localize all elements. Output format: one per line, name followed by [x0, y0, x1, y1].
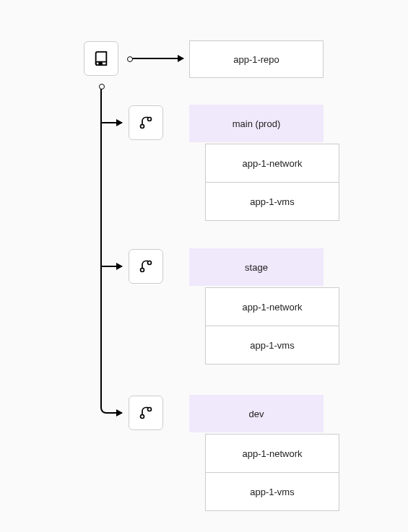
- branch-label-stage: stage: [189, 248, 324, 286]
- repo-name-box: app-1-repo: [189, 40, 324, 78]
- branch-icon: [139, 115, 153, 130]
- trunk-line: [100, 88, 102, 398]
- branch-arrow-dev: [108, 412, 122, 414]
- stack-label: app-1-network: [242, 302, 302, 313]
- arrow-repo: [131, 58, 183, 59]
- branch-icon-main: [129, 105, 163, 140]
- stack-label: app-1-vms: [250, 340, 294, 351]
- stack-label: app-1-network: [242, 158, 302, 169]
- svg-point-5: [148, 408, 152, 411]
- stack-box: app-1-network: [205, 144, 339, 183]
- stack-box: app-1-network: [205, 287, 339, 326]
- branch-icon: [139, 406, 153, 420]
- branch-label-text: main (prod): [233, 118, 280, 129]
- branch-label-text: dev: [249, 409, 264, 419]
- repo-name-label: app-1-repo: [233, 54, 279, 65]
- stack-box: app-1-vms: [205, 472, 339, 511]
- repo-icon-box: [84, 41, 118, 76]
- stack-box: app-1-vms: [205, 182, 339, 221]
- branch-label-main: main (prod): [189, 105, 324, 142]
- branch-icon: [139, 259, 153, 274]
- svg-point-1: [148, 118, 152, 121]
- stack-label: app-1-network: [242, 448, 302, 459]
- branch-arrow-stage: [102, 266, 122, 267]
- stack-label: app-1-vms: [250, 487, 294, 497]
- branch-icon-dev: [129, 396, 163, 430]
- branch-label-dev: dev: [189, 395, 324, 432]
- branch-label-text: stage: [245, 262, 268, 273]
- svg-point-3: [148, 261, 152, 265]
- branch-arrow-main: [102, 122, 122, 123]
- repo-icon: [93, 51, 109, 66]
- branch-icon-stage: [129, 249, 163, 284]
- stack-label: app-1-vms: [250, 196, 294, 207]
- stack-box: app-1-network: [205, 434, 339, 473]
- stack-box: app-1-vms: [205, 326, 339, 365]
